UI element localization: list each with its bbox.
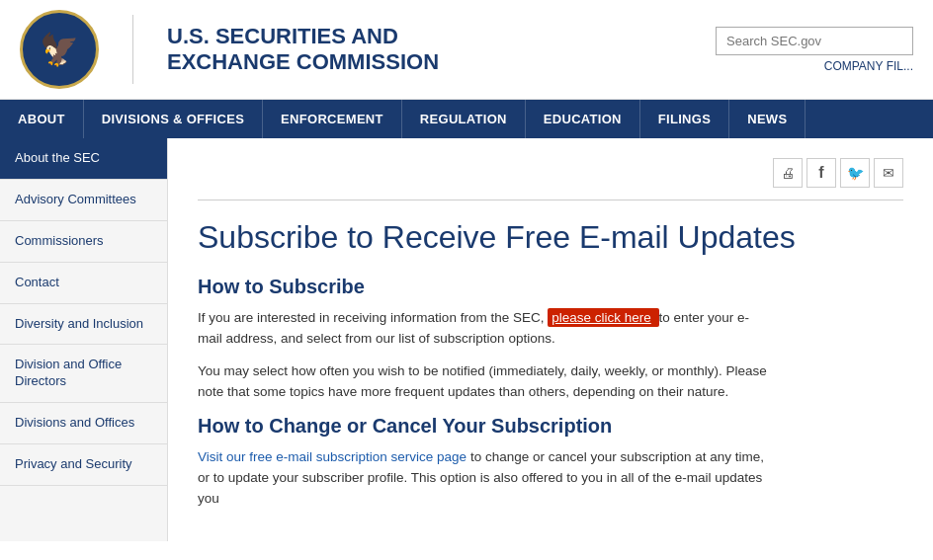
sidebar-item-contact[interactable]: Contact [0,263,167,304]
subscribe-para-2: You may select how often you wish to be … [198,361,771,403]
nav-divisions[interactable]: DIVISIONS & OFFICES [84,100,263,138]
para1-before-text: If you are interested in receiving infor… [198,310,544,325]
sidebar-item-advisory[interactable]: Advisory Committees [0,180,167,221]
nav-regulation[interactable]: REGULATION [402,100,526,138]
content-divider [198,200,903,200]
sidebar-item-division-directors[interactable]: Division and Office Directors [0,345,167,403]
site-header: 🦅 U.S. SECURITIES AND EXCHANGE COMMISSIO… [0,0,933,100]
company-filings-link[interactable]: COMPANY FIL... [824,59,913,73]
eagle-icon: 🦅 [40,31,79,68]
share-bar: 🖨 f 🐦 ✉ [198,158,903,188]
sidebar-item-commissioners[interactable]: Commissioners [0,221,167,263]
sidebar-item-diversity[interactable]: Diversity and Inclusion [0,304,167,346]
search-input[interactable] [716,27,913,55]
search-area: COMPANY FIL... [716,27,913,73]
main-content: 🖨 f 🐦 ✉ Subscribe to Receive Free E-mail… [168,138,933,541]
sidebar-item-privacy[interactable]: Privacy and Security [0,444,167,486]
header-divider [132,15,133,84]
email-button[interactable]: ✉ [874,158,903,188]
body-layout: About the SEC Advisory Committees Commis… [0,138,933,541]
org-name: U.S. SECURITIES AND EXCHANGE COMMISSION [167,24,439,76]
change-para-1: Visit our free e-mail subscription servi… [198,447,771,510]
service-page-link[interactable]: Visit our free e-mail subscription servi… [198,449,466,464]
how-to-subscribe-heading: How to Subscribe [198,276,903,298]
nav-news[interactable]: NEWS [729,100,806,138]
click-here-link[interactable]: please click here [551,310,651,325]
sec-logo: 🦅 [20,10,99,89]
nav-education[interactable]: EDUCATION [526,100,640,138]
how-to-change-heading: How to Change or Cancel Your Subscriptio… [198,415,903,438]
nav-enforcement[interactable]: ENFORCEMENT [263,100,402,138]
sidebar-item-divisions-offices[interactable]: Divisions and Offices [0,403,167,444]
sidebar: About the SEC Advisory Committees Commis… [0,138,168,541]
logo-area: 🦅 U.S. SECURITIES AND EXCHANGE COMMISSIO… [20,10,439,89]
nav-filings[interactable]: FILINGS [640,100,729,138]
main-nav: ABOUT DIVISIONS & OFFICES ENFORCEMENT RE… [0,100,933,138]
click-here-highlight: please click here [548,308,658,327]
sidebar-item-about[interactable]: About the SEC [0,138,167,180]
nav-about[interactable]: ABOUT [0,100,84,138]
page-title: Subscribe to Receive Free E-mail Updates [198,218,903,256]
twitter-button[interactable]: 🐦 [840,158,870,188]
subscribe-para-1: If you are interested in receiving infor… [198,308,771,350]
facebook-button[interactable]: f [806,158,836,188]
print-button[interactable]: 🖨 [773,158,803,188]
